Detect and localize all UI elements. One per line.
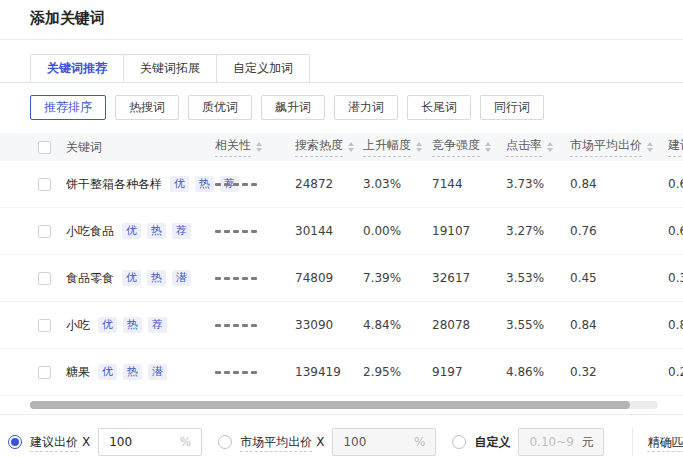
keyword-badges: 优 热 荐 <box>98 317 167 333</box>
col-suggest-bid[interactable]: 建议出价 <box>668 137 683 157</box>
radio-suggest-bid[interactable] <box>8 435 22 449</box>
col-rise-range[interactable]: 上升幅度 <box>363 137 432 157</box>
click-rate-value: 3.53% <box>506 271 570 285</box>
table-header-row: 关键词 相关性 搜索热度 上升幅度 竞争强度 点击率 市场平均出价 建议出价 <box>0 133 683 161</box>
rise-range-value: 3.03% <box>363 177 432 191</box>
suggest-bid-value: 0.6 <box>668 177 683 191</box>
row-checkbox[interactable] <box>38 319 51 332</box>
search-heat-value: 30144 <box>295 224 363 238</box>
keyword-badges: 优 热 潜 <box>98 364 167 380</box>
vertical-divider <box>632 428 633 456</box>
col-competition[interactable]: 竞争强度 <box>432 137 506 157</box>
market-avg-bid-input[interactable] <box>343 435 408 449</box>
filter-potential-words[interactable]: 潜力词 <box>334 95 398 120</box>
market-avg-bid-value: 0.84 <box>570 318 668 332</box>
custom-bid-label: 自定义 <box>474 435 510 449</box>
filter-soaring-words[interactable]: 飙升词 <box>261 95 325 120</box>
competition-value: 7144 <box>432 177 506 191</box>
click-rate-value: 3.55% <box>506 318 570 332</box>
market-avg-bid-value: 0.32 <box>570 365 668 379</box>
yuan-suffix: 元 <box>581 434 593 451</box>
competition-value: 9197 <box>432 365 506 379</box>
suggest-bid-label: 建议出价 <box>30 435 78 452</box>
filter-quality-words[interactable]: 质优词 <box>188 95 252 120</box>
click-rate-value: 3.27% <box>506 224 570 238</box>
custom-bid-input[interactable] <box>529 435 575 449</box>
table-row: 糖果 优 热 潜 139419 2.95% 9197 4.86% 0.32 0.… <box>0 349 683 396</box>
search-heat-value: 24872 <box>295 177 363 191</box>
filter-chip-bar: 推荐排序 热搜词 质优词 飙升词 潜力词 长尾词 同行词 <box>30 95 683 120</box>
relevance-bars <box>215 277 257 280</box>
competition-value: 19107 <box>432 224 506 238</box>
rise-range-value: 0.00% <box>363 224 432 238</box>
relevance-bars <box>215 371 257 374</box>
radio-custom-bid[interactable] <box>452 435 466 449</box>
tab-keyword-recommend[interactable]: 关键词推荐 <box>30 54 124 82</box>
radio-market-avg-bid[interactable] <box>218 435 232 449</box>
row-checkbox[interactable] <box>38 178 51 191</box>
search-heat-value: 139419 <box>295 365 363 379</box>
table-row: 小吃食品 优 热 荐 30144 0.00% 19107 3.27% 0.76 … <box>0 208 683 255</box>
sort-icon[interactable] <box>547 142 553 152</box>
scrollbar-thumb[interactable] <box>30 401 630 409</box>
col-click-rate[interactable]: 点击率 <box>506 137 570 157</box>
search-heat-value: 33090 <box>295 318 363 332</box>
badge: 热 <box>147 223 166 239</box>
filter-peer-words[interactable]: 同行词 <box>480 95 544 120</box>
custom-bid-input-box: 元 <box>518 428 604 456</box>
tab-keyword-expand[interactable]: 关键词拓展 <box>123 54 217 82</box>
badge: 热 <box>123 364 142 380</box>
row-checkbox[interactable] <box>38 366 51 379</box>
market-avg-bid-value: 0.84 <box>570 177 668 191</box>
row-checkbox[interactable] <box>38 272 51 285</box>
badge: 优 <box>122 270 141 286</box>
tab-custom-add[interactable]: 自定义加词 <box>216 54 310 82</box>
click-rate-value: 3.73% <box>506 177 570 191</box>
select-all-checkbox[interactable] <box>38 141 51 154</box>
exact-match-premium: 精确匹配溢价: <box>647 428 683 456</box>
keyword-text: 食品零食 <box>66 270 114 287</box>
horizontal-scrollbar[interactable] <box>30 401 658 409</box>
col-market-avg-bid[interactable]: 市场平均出价 <box>570 137 668 157</box>
sort-icon[interactable] <box>348 142 354 152</box>
badge: 优 <box>98 317 117 333</box>
page-title: 添加关键词 <box>30 9 653 28</box>
suggest-bid-value: 0.2 <box>668 365 683 379</box>
badge: 热 <box>147 270 166 286</box>
col-search-heat[interactable]: 搜索热度 <box>295 137 363 157</box>
percent-suffix: % <box>180 435 191 449</box>
market-avg-bid-label: 市场平均出价 <box>240 435 312 452</box>
suggest-bid-input-box: % <box>98 428 202 456</box>
market-avg-bid-value: 0.76 <box>570 224 668 238</box>
col-keyword: 关键词 <box>66 139 215 156</box>
table-row: 饼干整箱各种各样 优 热 荐 24872 3.03% 7144 3.73% 0.… <box>0 161 683 208</box>
rise-range-value: 7.39% <box>363 271 432 285</box>
suggest-bid-value: 0.6 <box>668 224 683 238</box>
badge: 热 <box>195 176 214 192</box>
sort-icon[interactable] <box>416 142 422 152</box>
row-checkbox[interactable] <box>38 225 51 238</box>
keyword-text: 小吃食品 <box>66 223 114 240</box>
sort-icon[interactable] <box>485 142 491 152</box>
filter-hot-search-words[interactable]: 热搜词 <box>115 95 179 120</box>
rise-range-value: 4.84% <box>363 318 432 332</box>
suggest-bid-value: 0.3 <box>668 271 683 285</box>
sort-icon[interactable] <box>647 142 653 152</box>
suggest-bid-value: 0.8 <box>668 318 683 332</box>
filter-longtail-words[interactable]: 长尾词 <box>407 95 471 120</box>
badge: 荐 <box>172 223 191 239</box>
keyword-table: 关键词 相关性 搜索热度 上升幅度 竞争强度 点击率 市场平均出价 建议出价 <box>0 133 683 415</box>
market-avg-bid-input-box: % <box>332 428 436 456</box>
keyword-badges: 优 热 潜 <box>122 270 191 286</box>
exact-match-premium-label: 精确匹配溢价: <box>647 435 683 452</box>
page-header: 添加关键词 <box>0 0 683 40</box>
badge: 热 <box>123 317 142 333</box>
sort-icon[interactable] <box>256 142 262 152</box>
keyword-text: 糖果 <box>66 364 90 381</box>
suggest-bid-input[interactable] <box>109 435 174 449</box>
badge: 荐 <box>148 317 167 333</box>
col-relevance[interactable]: 相关性 <box>215 137 295 157</box>
filter-recommend-sort[interactable]: 推荐排序 <box>30 95 106 120</box>
rise-range-value: 2.95% <box>363 365 432 379</box>
keyword-text: 饼干整箱各种各样 <box>66 176 162 193</box>
